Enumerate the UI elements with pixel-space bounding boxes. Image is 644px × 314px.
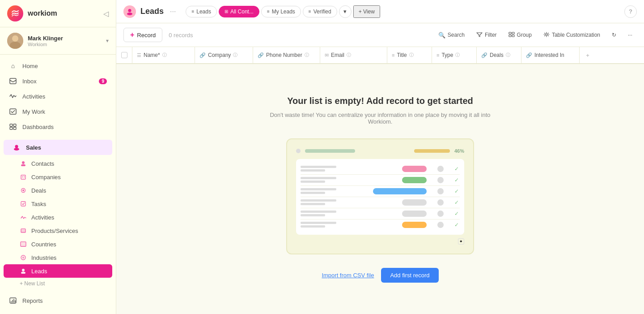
tab-all-cont[interactable]: ⊞ All Cont... <box>219 6 259 17</box>
toolbar-actions: 🔍 Search Filter <box>434 30 637 41</box>
sidebar-item-tasks[interactable]: Tasks <box>0 197 116 211</box>
tab-dropdown-icon[interactable]: ▾ <box>339 5 352 18</box>
svg-rect-7 <box>13 124 16 126</box>
illus-dot <box>296 149 301 153</box>
col-deals-label: Deals <box>490 52 504 58</box>
tab-verified[interactable]: ≡ Verified <box>303 6 337 17</box>
sidebar-item-inbox[interactable]: Inbox 9 <box>0 73 116 89</box>
reports-icon <box>9 297 17 305</box>
col-type-info-icon[interactable]: ⓘ <box>455 52 460 58</box>
group-button[interactable]: Group <box>504 30 536 41</box>
tab-my-leads[interactable]: ≡ My Leads <box>261 6 301 17</box>
sidebar-item-sales[interactable]: Sales <box>4 140 112 155</box>
sales-section: Sales Contacts Companies <box>0 138 116 291</box>
col-type-label: Type <box>441 52 453 58</box>
svg-rect-9 <box>13 127 16 129</box>
filter-button[interactable]: Filter <box>472 30 501 41</box>
more-actions-button[interactable]: ··· <box>623 30 637 40</box>
col-email-info-icon[interactable]: ⓘ <box>347 52 351 58</box>
col-header-phone[interactable]: 🔗 Phone Number ⓘ <box>253 47 320 63</box>
sidebar-item-industries[interactable]: Industries <box>0 251 116 264</box>
industries-icon <box>20 254 27 261</box>
sidebar-item-dashboards[interactable]: Dashboards <box>0 119 116 134</box>
search-button[interactable]: 🔍 Search <box>434 30 469 41</box>
app-logo <box>7 5 23 22</box>
page-more-icon[interactable]: ··· <box>168 6 178 17</box>
top-bar-actions: ? <box>624 5 637 18</box>
svg-point-10 <box>15 145 18 148</box>
sidebar-item-my-work[interactable]: My Work <box>0 104 116 119</box>
import-csv-link[interactable]: Import from CSV file <box>322 272 374 279</box>
sidebar-item-activities[interactable]: Activities <box>0 89 116 104</box>
col-phone-info-icon[interactable]: ⓘ <box>305 52 309 58</box>
add-column-button[interactable]: + <box>580 52 596 59</box>
search-icon: 🔍 <box>438 32 445 39</box>
group-label: Group <box>517 32 532 38</box>
col-name-info-icon[interactable]: ⓘ <box>162 52 167 58</box>
col-header-company[interactable]: 🔗 Company ⓘ <box>195 47 253 63</box>
sidebar-item-home[interactable]: ⌂ Home <box>0 58 116 73</box>
col-header-email[interactable]: ✉ Email ⓘ <box>320 47 387 63</box>
customize-button[interactable]: Table Customization <box>539 30 605 41</box>
record-count: 0 records <box>169 32 193 39</box>
sidebar-item-contacts[interactable]: Contacts <box>0 157 116 170</box>
svg-rect-41 <box>512 35 514 37</box>
sidebar-subitem-label: Activities <box>31 214 54 221</box>
illus-row: ✓ <box>301 175 460 186</box>
new-list-button[interactable]: + New List <box>0 278 116 289</box>
more-actions-icon: ··· <box>628 32 632 38</box>
sidebar-item-reports[interactable]: Reports <box>0 293 116 308</box>
col-company-icon: 🔗 <box>199 52 206 58</box>
sidebar-item-activities-sub[interactable]: Activities <box>0 211 116 224</box>
contacts-icon <box>20 160 27 167</box>
col-title-info-icon[interactable]: ⓘ <box>409 52 414 58</box>
sidebar-item-companies[interactable]: Companies <box>0 170 116 184</box>
svg-point-11 <box>14 148 19 151</box>
help-button[interactable]: ? <box>624 5 637 18</box>
tasks-icon <box>20 200 27 207</box>
sidebar-item-deals[interactable]: Deals <box>0 184 116 197</box>
my-work-icon <box>9 108 17 116</box>
svg-point-29 <box>22 269 25 271</box>
add-view-button[interactable]: + View <box>353 5 380 18</box>
svg-rect-40 <box>509 35 511 37</box>
sidebar-item-leads[interactable]: Leads <box>4 264 112 278</box>
filter-icon <box>476 32 483 39</box>
add-record-button[interactable]: + Record <box>123 28 162 42</box>
col-header-name[interactable]: ☰ Name* ⓘ <box>132 47 195 63</box>
refresh-button[interactable]: ↻ <box>607 30 621 40</box>
col-header-title[interactable]: ≡ Title ⓘ <box>387 47 432 63</box>
sidebar-item-countries[interactable]: Countries <box>0 237 116 251</box>
svg-point-3 <box>10 42 21 49</box>
col-header-type[interactable]: ≡ Type ⓘ <box>432 47 477 63</box>
table-header-checkbox[interactable] <box>116 47 132 63</box>
sidebar-subitem-label: Products/Services <box>31 228 78 234</box>
tab-verified-label: Verified <box>314 9 331 15</box>
col-deals-icon: 🔗 <box>481 52 487 58</box>
sidebar-item-label: My Work <box>22 108 45 115</box>
sidebar-item-products[interactable]: Products/Services <box>0 224 116 237</box>
svg-point-13 <box>21 164 25 167</box>
filter-label: Filter <box>485 32 497 38</box>
inbox-badge: 9 <box>99 78 107 84</box>
svg-rect-16 <box>24 176 25 177</box>
sidebar-subitem-label: Contacts <box>31 160 54 167</box>
select-all-checkbox[interactable] <box>121 52 127 58</box>
empty-state-illustration: 46% ✓ ✓ <box>286 138 474 254</box>
col-email-label: Email <box>331 52 344 58</box>
products-icon <box>20 227 27 234</box>
dashboards-icon <box>9 123 17 131</box>
col-deals-info-icon[interactable]: ⓘ <box>506 52 510 58</box>
leads-icon <box>20 267 27 275</box>
top-bar: Leads ··· ≡ Leads ⊞ All Cont... ≡ My Lea… <box>116 0 644 23</box>
sidebar-collapse-icon[interactable]: ◁ <box>103 9 109 18</box>
illus-bar-short <box>414 149 450 153</box>
col-company-info-icon[interactable]: ⓘ <box>233 52 237 58</box>
col-header-interested[interactable]: 🔗 Interested In <box>521 47 580 63</box>
tab-leads[interactable]: ≡ Leads <box>186 6 217 17</box>
reports-label: Reports <box>22 297 43 304</box>
empty-state: Your list is empty! Add record to get st… <box>116 64 644 314</box>
col-header-deals[interactable]: 🔗 Deals ⓘ <box>477 47 521 63</box>
user-section[interactable]: Mark Klinger Workiom ▾ <box>0 27 116 55</box>
add-first-record-button[interactable]: Add first record <box>381 268 438 283</box>
